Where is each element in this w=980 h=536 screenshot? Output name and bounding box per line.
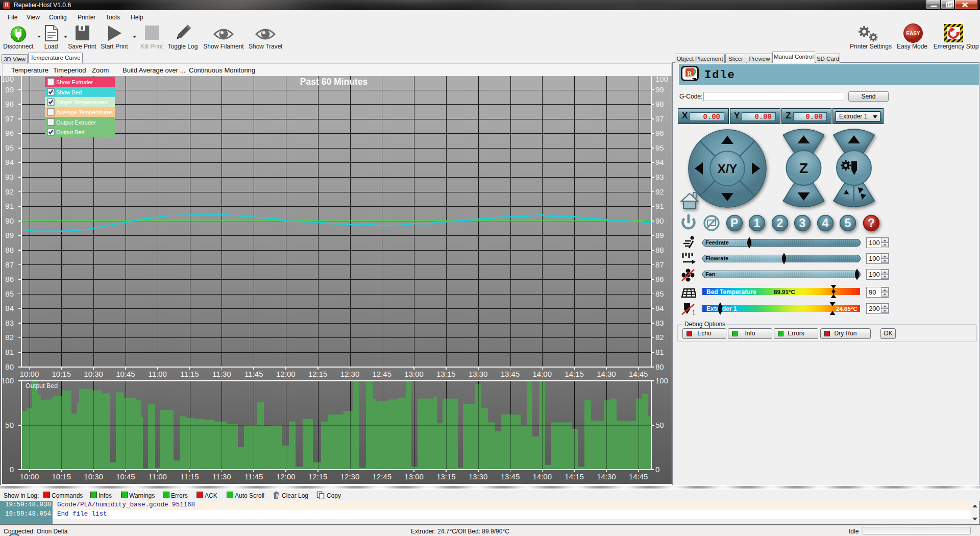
svg-text:13:15: 13:15	[436, 472, 456, 481]
svg-text:80: 80	[5, 362, 14, 371]
svg-text:1: 1	[692, 309, 695, 315]
svg-text:85: 85	[655, 289, 664, 298]
svg-text:94: 94	[5, 158, 14, 166]
svg-text:14:15: 14:15	[565, 472, 584, 481]
svg-text:P: P	[730, 216, 738, 230]
svg-text:Z: Z	[799, 160, 808, 176]
svg-text:96: 96	[655, 129, 664, 137]
svg-text:92: 92	[655, 187, 664, 196]
svg-text:84: 84	[5, 304, 14, 312]
svg-text:89: 89	[655, 231, 664, 239]
svg-text:10:45: 10:45	[116, 472, 135, 481]
svg-text:95: 95	[655, 143, 664, 152]
svg-text:11:00: 11:00	[148, 370, 166, 378]
svg-text:Past 60 Minutes: Past 60 Minutes	[300, 77, 368, 87]
svg-text:Show Extruder: Show Extruder	[56, 79, 93, 85]
svg-text:4: 4	[822, 216, 829, 230]
svg-text:12:45: 12:45	[373, 370, 392, 378]
svg-text:99: 99	[5, 85, 14, 94]
svg-text:84: 84	[655, 304, 664, 312]
svg-text:82: 82	[5, 333, 14, 342]
svg-text:92: 92	[5, 187, 14, 196]
svg-text:11:45: 11:45	[244, 472, 263, 481]
svg-text:91: 91	[5, 202, 14, 210]
svg-text:90: 90	[655, 216, 664, 225]
svg-text:13:45: 13:45	[501, 370, 520, 378]
svg-text:10:45: 10:45	[116, 370, 135, 378]
svg-text:13:30: 13:30	[469, 472, 488, 481]
svg-text:12:45: 12:45	[373, 472, 392, 481]
svg-text:14:00: 14:00	[533, 472, 552, 481]
svg-text:93: 93	[5, 173, 14, 181]
svg-text:98: 98	[655, 100, 664, 108]
svg-text:100: 100	[655, 376, 668, 385]
svg-text:Output Bed: Output Bed	[26, 382, 58, 389]
svg-text:Target Temperatures: Target Temperatures	[56, 99, 108, 105]
svg-text:10:30: 10:30	[84, 370, 103, 378]
svg-text:88: 88	[655, 246, 664, 254]
svg-text:5: 5	[845, 216, 851, 230]
svg-text:11:15: 11:15	[180, 370, 199, 378]
svg-text:90: 90	[5, 216, 14, 225]
svg-text:11:00: 11:00	[148, 472, 166, 481]
svg-text:10:15: 10:15	[52, 472, 71, 481]
svg-text:82: 82	[655, 333, 664, 342]
svg-text:11:30: 11:30	[212, 370, 231, 378]
svg-text:11:30: 11:30	[212, 472, 231, 481]
svg-text:2: 2	[777, 216, 783, 230]
svg-text:97: 97	[655, 114, 664, 123]
svg-text:89: 89	[5, 231, 14, 239]
svg-text:87: 87	[655, 260, 664, 269]
svg-text:11:15: 11:15	[180, 472, 199, 481]
svg-text:X/Y: X/Y	[718, 162, 738, 176]
svg-text:94: 94	[655, 158, 664, 166]
svg-text:86: 86	[5, 275, 14, 283]
svg-text:97: 97	[5, 114, 14, 123]
svg-text:99: 99	[655, 85, 664, 94]
svg-text:87: 87	[5, 260, 14, 269]
svg-text:10:00: 10:00	[20, 370, 39, 378]
svg-text:1: 1	[754, 216, 761, 230]
svg-text:EASY: EASY	[906, 31, 920, 36]
svg-text:10:15: 10:15	[52, 370, 71, 378]
svg-text:R: R	[687, 69, 692, 77]
svg-text:50: 50	[5, 421, 14, 429]
svg-text:83: 83	[5, 319, 14, 327]
svg-text:13:45: 13:45	[501, 472, 520, 481]
svg-text:100: 100	[2, 376, 14, 385]
svg-text:13:00: 13:00	[404, 472, 424, 481]
svg-text:Average Temperatures: Average Temperatures	[56, 109, 113, 115]
svg-text:83: 83	[655, 319, 664, 327]
svg-text:88: 88	[5, 246, 14, 254]
svg-text:14:45: 14:45	[629, 370, 648, 378]
svg-text:95: 95	[5, 143, 14, 152]
svg-text:?: ?	[868, 216, 875, 230]
svg-text:Show Bed: Show Bed	[56, 89, 82, 95]
svg-text:11:45: 11:45	[244, 370, 263, 378]
svg-text:14:45: 14:45	[629, 472, 648, 481]
svg-text:14:30: 14:30	[597, 370, 616, 378]
svg-text:10:00: 10:00	[20, 472, 39, 481]
svg-text:100: 100	[2, 76, 14, 83]
svg-text:14:15: 14:15	[565, 370, 584, 378]
svg-text:13:15: 13:15	[436, 370, 456, 378]
svg-text:0: 0	[10, 465, 14, 474]
svg-text:13:30: 13:30	[469, 370, 488, 378]
svg-text:85: 85	[5, 289, 14, 298]
svg-text:86: 86	[655, 275, 664, 283]
svg-text:50: 50	[655, 421, 664, 429]
svg-text:14:00: 14:00	[533, 370, 552, 378]
svg-text:10:30: 10:30	[84, 472, 103, 481]
svg-text:12:15: 12:15	[308, 472, 328, 481]
svg-text:14:30: 14:30	[597, 472, 616, 481]
svg-text:12:00: 12:00	[276, 370, 296, 378]
svg-text:98: 98	[5, 100, 14, 108]
svg-text:81: 81	[655, 348, 664, 356]
svg-text:12:15: 12:15	[308, 370, 328, 378]
svg-text:3: 3	[799, 216, 806, 230]
svg-text:91: 91	[655, 202, 664, 210]
svg-text:12:00: 12:00	[276, 472, 296, 481]
svg-text:0: 0	[655, 465, 659, 474]
svg-text:96: 96	[5, 129, 14, 137]
svg-text:Output Bed: Output Bed	[56, 129, 85, 135]
